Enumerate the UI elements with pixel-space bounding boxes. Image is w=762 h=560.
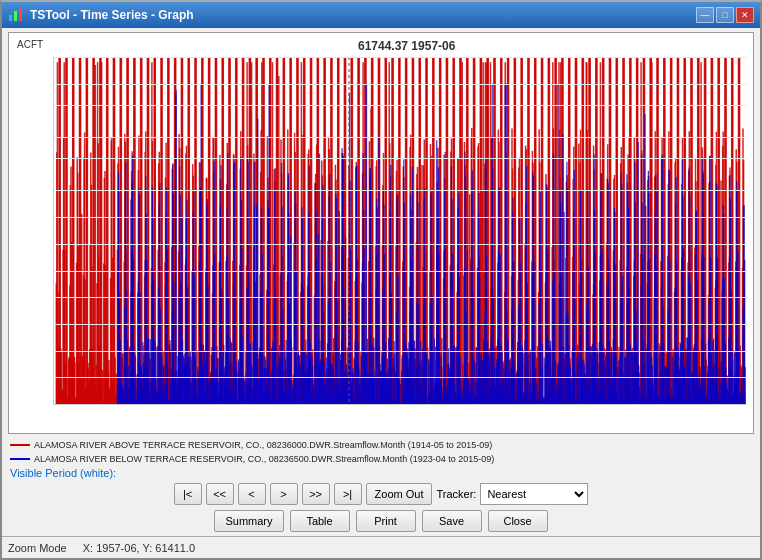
legend-line-red	[10, 444, 30, 446]
y-grid-line	[54, 271, 747, 272]
visible-period-text: Visible Period (white):	[10, 467, 116, 479]
y-tick-label: 40000.0	[53, 185, 54, 195]
maximize-button[interactable]: □	[716, 7, 734, 23]
y-tick-label: 35000.0	[53, 212, 54, 222]
y-tick-label: 65000.0	[53, 57, 54, 62]
x-tick-label: 1985	[526, 404, 546, 405]
x-tick-label: 1945	[255, 404, 275, 405]
minimize-button[interactable]: —	[696, 7, 714, 23]
x-tick-label: 1940	[221, 404, 241, 405]
y-grid-line	[54, 105, 747, 106]
zoom-out-button[interactable]: Zoom Out	[366, 483, 433, 505]
main-window: TSTool - Time Series - Graph — □ ✕ ACFT …	[0, 0, 762, 560]
title-bar: TSTool - Time Series - Graph — □ ✕	[2, 2, 760, 28]
chart-svg	[54, 57, 747, 404]
svg-rect-2	[19, 8, 22, 21]
y-grid-line	[54, 84, 747, 85]
legend-label-blue: ALAMOSA RIVER BELOW TERRACE RESERVOIR, C…	[34, 452, 494, 466]
x-tick-label: 1995	[594, 404, 614, 405]
summary-button[interactable]: Summary	[214, 510, 283, 532]
window-title: TSTool - Time Series - Graph	[30, 8, 194, 22]
y-tick-label: 10000.0	[53, 346, 54, 356]
tooltip-label: 61744.37 1957-06	[358, 39, 455, 53]
x-tick-label: 1935	[187, 404, 207, 405]
y-grid-line	[54, 137, 747, 138]
legend-line-blue	[10, 458, 30, 460]
y-grid-line	[54, 244, 747, 245]
y-grid-line	[54, 324, 747, 325]
legend-label-red: ALAMOSA RIVER ABOVE TERRACE RESERVOIR, C…	[34, 438, 492, 452]
nav-last-button[interactable]: >|	[334, 483, 362, 505]
y-tick-label: 30000.0	[53, 239, 54, 249]
y-tick-label: 25000.0	[53, 266, 54, 276]
app-icon	[8, 7, 24, 23]
nav-prev-big-button[interactable]: <<	[206, 483, 234, 505]
x-tick-label: 1975	[458, 404, 478, 405]
legend-item-blue: ALAMOSA RIVER BELOW TERRACE RESERVOIR, C…	[10, 452, 752, 466]
tracker-select[interactable]: Nearest None NearestSelected	[480, 483, 588, 505]
title-buttons: — □ ✕	[696, 7, 754, 23]
y-grid-line	[54, 190, 747, 191]
x-tick-label: 2015	[730, 404, 747, 405]
y-grid-line	[54, 404, 747, 405]
x-tick-label: 2005	[662, 404, 682, 405]
y-grid-line	[54, 57, 747, 58]
x-tick-label: 1970	[424, 404, 444, 405]
x-tick-label: 1915	[53, 404, 71, 405]
save-button[interactable]: Save	[422, 510, 482, 532]
table-button[interactable]: Table	[290, 510, 350, 532]
y-tick-label: 50000.0	[53, 132, 54, 142]
print-button[interactable]: Print	[356, 510, 416, 532]
y-tick-label: 60000.0	[53, 79, 54, 89]
tracker-label: Tracker:	[436, 488, 476, 500]
y-grid-line	[54, 351, 747, 352]
legend-area: ALAMOSA RIVER ABOVE TERRACE RESERVOIR, C…	[2, 436, 760, 466]
tracker-area: Tracker: Nearest None NearestSelected	[436, 483, 588, 505]
nav-next-big-button[interactable]: >>	[302, 483, 330, 505]
coordinates-label: X: 1957-06, Y: 61411.0	[83, 542, 195, 554]
chart-area: ACFT 61744.37 1957-06 0.05000.010000.015…	[8, 32, 754, 434]
navigation-controls: |< << < > >> >| Zoom Out Tracker: Neares…	[2, 480, 760, 508]
svg-rect-1	[14, 11, 17, 21]
y-axis-label: ACFT	[17, 39, 43, 50]
y-grid-line	[54, 217, 747, 218]
y-grid-line	[54, 377, 747, 378]
x-tick-label: 1955	[323, 404, 343, 405]
chart-plot-area[interactable]: 0.05000.010000.015000.020000.025000.0300…	[53, 57, 747, 405]
x-tick-label: 1950	[289, 404, 309, 405]
close-button[interactable]: Close	[488, 510, 548, 532]
title-bar-left: TSTool - Time Series - Graph	[8, 7, 194, 23]
x-tick-label: 1925	[119, 404, 139, 405]
nav-next-button[interactable]: >	[270, 483, 298, 505]
x-tick-label: 1965	[390, 404, 410, 405]
y-tick-label: 5000.0	[53, 372, 54, 382]
x-tick-label: 1930	[153, 404, 173, 405]
y-tick-label: 20000.0	[53, 292, 54, 302]
svg-rect-0	[9, 15, 12, 21]
x-tick-label: 1960	[357, 404, 377, 405]
y-grid-line	[54, 297, 747, 298]
y-tick-label: 0.0	[53, 399, 54, 405]
close-window-button[interactable]: ✕	[736, 7, 754, 23]
y-grid-line	[54, 158, 747, 159]
x-tick-label: 1990	[560, 404, 580, 405]
x-tick-label: 1920	[85, 404, 105, 405]
zoom-mode-label: Zoom Mode	[8, 542, 67, 554]
y-tick-label: 56000.0	[53, 100, 54, 110]
nav-first-button[interactable]: |<	[174, 483, 202, 505]
visible-period-label: Visible Period (white):	[2, 466, 760, 480]
x-tick-label: 2000	[628, 404, 648, 405]
nav-prev-button[interactable]: <	[238, 483, 266, 505]
y-tick-label: 46000.0	[53, 153, 54, 163]
x-tick-label: 2010	[696, 404, 716, 405]
action-buttons: Summary Table Print Save Close	[2, 508, 760, 536]
x-tick-label: 1980	[492, 404, 512, 405]
status-bar: Zoom Mode X: 1957-06, Y: 61411.0	[2, 536, 760, 558]
legend-item-red: ALAMOSA RIVER ABOVE TERRACE RESERVOIR, C…	[10, 438, 752, 452]
y-tick-label: 15000.0	[53, 319, 54, 329]
